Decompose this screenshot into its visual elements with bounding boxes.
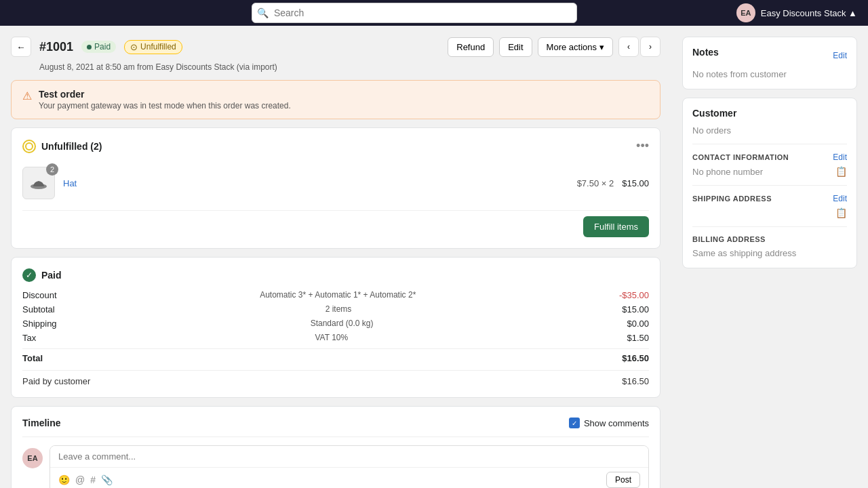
shipping-desc: Standard (0.0 kg) [57,319,627,329]
next-order-button[interactable]: › [640,37,660,57]
billing-section: BILLING ADDRESS Same as shipping address [692,226,847,258]
comment-row: EA 🙂 @ # 📎 Post [22,436,649,488]
notes-card: Notes Edit No notes from customer [682,37,857,89]
total-label: Total [22,353,43,363]
shipping-section: SHIPPING ADDRESS Edit 📋 [692,185,847,218]
post-button[interactable]: Post [606,472,640,488]
subtotal-row: Subtotal 2 items $15.00 [22,304,649,314]
avatar: EA [736,3,755,22]
show-comments-checkbox[interactable] [569,418,580,428]
alert-content: Test order Your payment gateway was in t… [39,89,291,110]
tax-label: Tax [22,333,36,343]
comment-input-wrap[interactable]: 🙂 @ # 📎 Post [50,445,649,488]
contact-label: CONTACT INFORMATION [692,153,789,161]
contact-edit-link[interactable]: Edit [833,152,847,162]
unfulfilled-icon: ⊙ [130,42,138,52]
back-button[interactable]: ← [11,37,31,57]
paid-label: Paid [94,42,111,52]
search-icon: 🔍 [257,7,269,18]
main-container: ← #1001 Paid ⊙ Unfulfilled Refund Edit M… [0,26,868,488]
discount-row: Discount Automatic 3* + Automatic 1* + A… [22,290,649,300]
product-thumbnail: 2 [22,167,55,199]
comment-toolbar: 🙂 @ # 📎 Post [50,467,648,488]
customer-card: Customer No orders CONTACT INFORMATION E… [682,98,857,268]
discount-value: -$35.00 [619,290,649,300]
fulfill-row: Fulfill items [22,210,649,237]
copy-shipping-icon[interactable]: 📋 [835,207,847,218]
fulfillment-title: Unfulfilled (2) [41,141,102,152]
attachment-icon[interactable]: 📎 [101,474,113,485]
shipping-label: SHIPPING ADDRESS [692,195,772,203]
alert-icon: ⚠ [22,89,32,110]
nav-buttons: ‹ › [618,37,660,57]
no-phone-text: No phone number [692,167,763,177]
alert-title: Test order [39,89,291,100]
paid-by-label: Paid by customer [22,376,90,386]
tax-desc: VAT 10% [36,333,627,343]
hat-icon [29,176,48,190]
prev-order-button[interactable]: ‹ [618,37,639,57]
product-link[interactable]: Hat [63,178,77,188]
more-actions-label: More actions [547,42,597,52]
discount-desc: Automatic 3* + Automatic 1* + Automatic … [57,290,619,300]
timeline-header: Timeline Show comments [22,418,649,428]
search-input[interactable] [252,3,577,23]
show-comments-label: Show comments [584,418,649,428]
copy-phone-icon[interactable]: 📋 [835,166,847,177]
order-actions: Refund Edit More actions ▾ ‹ › [448,37,660,57]
comment-avatar: EA [22,448,43,468]
subtotal-label: Subtotal [22,304,55,314]
show-comments-toggle[interactable]: Show comments [569,418,649,428]
paid-check-icon: ✓ [22,268,36,282]
refund-button[interactable]: Refund [448,37,494,57]
account-section: EA Easy Discounts Stack ▲ [736,3,857,22]
customer-title: Customer [692,108,847,119]
chevron-down-icon: ▾ [599,42,604,52]
customer-no-orders: No orders [692,125,847,136]
notes-title: Notes [692,47,719,58]
alert-desc: Your payment gateway was in test mode wh… [39,101,291,110]
paid-dot [87,45,92,49]
notes-header: Notes Edit [692,47,847,64]
product-info: Hat [63,178,569,188]
notes-edit-link[interactable]: Edit [833,51,847,60]
contact-section: CONTACT INFORMATION Edit No phone number… [692,144,847,177]
unfulfilled-badge: ⊙ Unfulfilled [124,40,182,54]
emoji-icon[interactable]: 🙂 [58,474,70,485]
fulfillment-more-icon[interactable]: ••• [636,139,649,153]
shipping-value: $0.00 [627,319,649,329]
test-order-alert: ⚠ Test order Your payment gateway was in… [11,80,660,119]
order-header: ← #1001 Paid ⊙ Unfulfilled Refund Edit M… [11,37,660,57]
payment-card: ✓ Paid Discount Automatic 3* + Automatic… [11,257,660,398]
account-name: Easy Discounts Stack ▲ [761,8,857,18]
fulfill-items-button[interactable]: Fulfill items [583,216,649,237]
topbar: 🔍 EA Easy Discounts Stack ▲ [0,0,868,26]
content-area: ← #1001 Paid ⊙ Unfulfilled Refund Edit M… [0,26,671,488]
subtotal-value: $15.00 [622,304,649,314]
hashtag-icon[interactable]: # [90,474,96,485]
billing-same-text: Same as shipping address [692,248,796,258]
shipping-header: SHIPPING ADDRESS Edit [692,194,847,203]
billing-header: BILLING ADDRESS [692,235,847,243]
order-number: #1001 [39,40,73,54]
tax-row: Tax VAT 10% $1.50 [22,333,649,343]
timeline-card: Timeline Show comments EA 🙂 @ # 📎 Post [11,406,660,488]
subtotal-desc: 2 items [55,304,623,314]
total-value: $16.50 [622,353,649,363]
product-qty-badge: 2 [46,163,58,176]
product-total: $15.00 [622,178,649,188]
fulfillment-header: Unfulfilled (2) ••• [22,139,649,153]
search-bar[interactable]: 🔍 [252,3,577,23]
mention-icon[interactable]: @ [75,474,85,485]
more-actions-button[interactable]: More actions ▾ [538,37,613,57]
sidebar: Notes Edit No notes from customer Custom… [671,26,868,488]
shipping-row: Shipping Standard (0.0 kg) $0.00 [22,319,649,329]
shipping-edit-link[interactable]: Edit [833,194,847,203]
paid-badge: Paid [81,41,116,53]
comment-input[interactable] [50,446,648,467]
edit-button[interactable]: Edit [499,37,532,57]
discount-label: Discount [22,290,57,300]
unfulfilled-status-icon [22,140,36,153]
payment-rows: Discount Automatic 3* + Automatic 1* + A… [22,290,649,386]
paid-by-row: Paid by customer $16.50 [22,370,649,386]
